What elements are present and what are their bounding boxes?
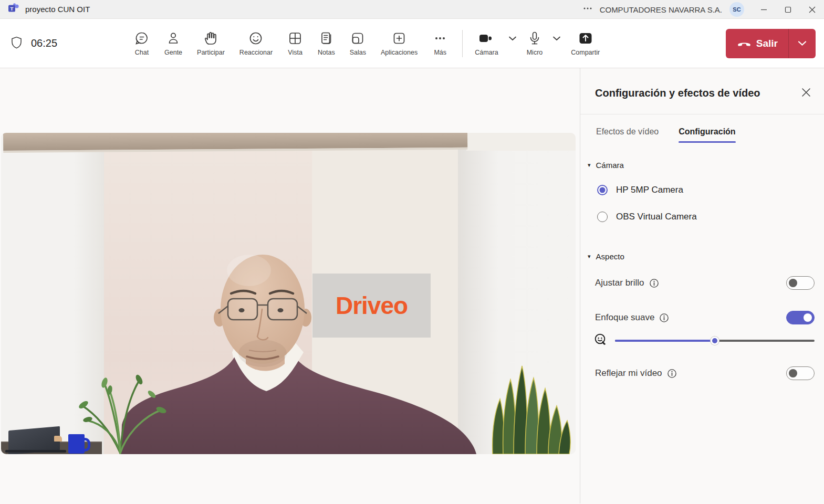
teams-meeting-window: T proyecto CUN OIT COMPUTADORES NAVARRA … <box>0 0 824 504</box>
teams-logo-icon: T <box>7 2 20 17</box>
slider-fill <box>615 340 715 342</box>
slider-thumb[interactable] <box>711 337 719 345</box>
hangup-icon <box>737 38 751 49</box>
share-icon <box>578 30 593 46</box>
radio-button[interactable] <box>597 185 608 195</box>
notes-button[interactable]: Notas <box>313 30 340 56</box>
rooms-button[interactable]: Salas <box>345 30 371 56</box>
view-grid-icon <box>287 30 303 46</box>
laptop-base <box>5 450 66 453</box>
toolbar-buttons: Chat Gente Participar Reaccionar Vista N… <box>129 30 453 56</box>
soft-focus-slider[interactable] <box>615 340 815 342</box>
leave-split-button: Salir <box>726 29 816 58</box>
panel-title: Configuración y efectos de vídeo <box>595 86 760 100</box>
react-button[interactable]: Reaccionar <box>235 30 277 56</box>
camera-chevron-icon[interactable] <box>504 35 521 56</box>
aspect-section-header[interactable]: ▾ Aspecto <box>580 252 824 261</box>
rooms-icon <box>350 30 366 46</box>
maximize-icon[interactable] <box>776 0 800 19</box>
camera-section-header[interactable]: ▾ Cámara <box>580 161 824 170</box>
close-window-icon[interactable] <box>800 0 824 19</box>
panel-close-icon[interactable] <box>800 86 812 100</box>
panel-header: Configuración y efectos de vídeo <box>580 68 824 114</box>
face-retouch-icon <box>594 333 608 349</box>
tab-configuracion[interactable]: Configuración <box>679 127 735 143</box>
raise-hand-icon <box>203 30 218 46</box>
caret-down-icon: ▾ <box>588 253 591 260</box>
radio-button[interactable] <box>597 212 608 222</box>
svg-text:T: T <box>11 5 14 11</box>
meeting-timer: 06:25 <box>0 35 129 52</box>
soft-focus-row: Enfoque suave <box>580 310 824 325</box>
aspect-section-label: Aspecto <box>596 252 624 261</box>
plant-left <box>72 365 172 454</box>
react-smiley-icon <box>248 30 264 46</box>
brightness-toggle[interactable] <box>786 276 815 290</box>
self-video-preview: Driveo <box>1 133 576 454</box>
mic-chevron-icon[interactable] <box>548 35 565 56</box>
mirror-toggle[interactable] <box>786 366 815 380</box>
more-button[interactable]: Más <box>427 30 453 56</box>
info-icon[interactable] <box>667 369 677 379</box>
people-button[interactable]: Gente <box>160 30 187 56</box>
meeting-stage: Driveo <box>0 68 824 503</box>
brightness-label: Ajustar brillo <box>595 278 644 288</box>
titlebar: T proyecto CUN OIT COMPUTADORES NAVARRA … <box>0 0 824 19</box>
desk-ornament <box>54 436 62 442</box>
share-button[interactable]: Compartir <box>566 30 604 56</box>
mirror-video-row: Reflejar mi vídeo <box>580 366 824 381</box>
apps-button[interactable]: Aplicaciones <box>376 30 422 56</box>
toolbar-divider <box>462 30 463 57</box>
more-icon <box>432 30 448 46</box>
raise-hand-button[interactable]: Participar <box>192 30 230 56</box>
timer-value: 06:25 <box>31 37 57 49</box>
minimize-icon[interactable] <box>752 0 776 19</box>
people-icon <box>165 30 181 46</box>
soft-focus-label: Enfoque suave <box>595 312 654 323</box>
leave-chevron-icon[interactable] <box>788 29 816 58</box>
camera-section-label: Cámara <box>596 161 624 170</box>
caret-down-icon: ▾ <box>588 162 591 169</box>
camera-option-obs[interactable]: OBS Virtual Camera <box>597 210 824 224</box>
view-button[interactable]: Vista <box>283 30 308 56</box>
apps-icon <box>391 30 407 46</box>
organization-name: COMPUTADORES NAVARRA S.A. <box>600 5 722 14</box>
info-icon[interactable] <box>649 278 659 288</box>
avatar[interactable]: SC <box>729 2 744 17</box>
panel-tabs: Efectos de vídeo Configuración <box>580 114 824 143</box>
mic-icon <box>527 30 543 46</box>
chat-button[interactable]: Chat <box>129 30 154 56</box>
device-controls: Cámara Micro Compartir <box>470 30 604 56</box>
meeting-toolbar: 06:25 Chat Gente Participar Reaccionar V… <box>0 19 824 68</box>
plant-right <box>483 354 576 454</box>
camera-option-hp[interactable]: HP 5MP Camera <box>597 183 824 197</box>
chat-icon <box>134 30 150 46</box>
video-settings-panel: Configuración y efectos de vídeo Efectos… <box>580 68 824 503</box>
titlebar-more-icon[interactable] <box>579 4 597 15</box>
adjust-brightness-row: Ajustar brillo <box>580 276 824 290</box>
leave-button[interactable]: Salir <box>726 29 788 58</box>
camera-button[interactable]: Cámara <box>470 30 503 56</box>
meeting-title: proyecto CUN OIT <box>25 5 90 14</box>
shield-icon <box>9 35 24 52</box>
mirror-label: Reflejar mi vídeo <box>595 368 662 379</box>
mic-button[interactable]: Micro <box>522 30 548 56</box>
tab-efectos-de-video[interactable]: Efectos de vídeo <box>596 127 659 143</box>
soft-focus-slider-row <box>594 334 815 348</box>
info-icon[interactable] <box>659 313 669 323</box>
notes-icon <box>318 30 334 46</box>
camera-icon <box>477 30 495 46</box>
soft-focus-toggle[interactable] <box>786 311 815 324</box>
